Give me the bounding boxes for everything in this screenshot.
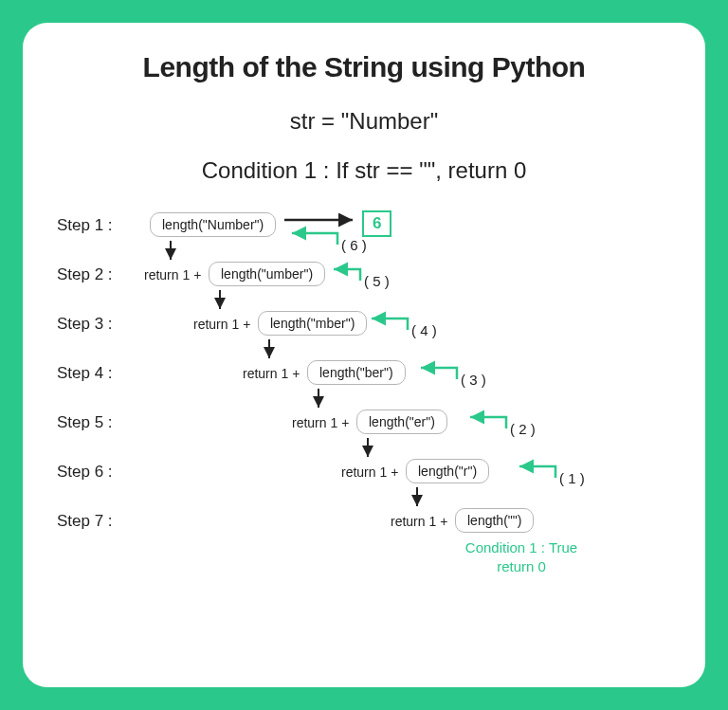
- step-label: Step 4 :: [57, 364, 113, 383]
- return-value: ( 3 ): [461, 372, 486, 388]
- diagram-condition: Condition 1 : If str == "", return 0: [57, 157, 671, 184]
- call-box: length("Number"): [150, 212, 276, 237]
- result-box: 6: [362, 210, 391, 237]
- step-label: Step 7 :: [57, 512, 113, 531]
- call-box: length("er"): [356, 410, 447, 434]
- call-box: length(""): [455, 508, 534, 533]
- steps-area: Step 1 : Step 2 : Step 3 : Step 4 : Step…: [57, 210, 671, 618]
- step-label: Step 1 :: [57, 216, 113, 235]
- return-value: ( 4 ): [411, 322, 437, 338]
- return-value: ( 5 ): [364, 273, 390, 289]
- call-box: length("umber"): [209, 262, 325, 286]
- diagram-card: Length of the String using Python str = …: [23, 23, 705, 687]
- call-box: length("r"): [406, 459, 489, 483]
- call-box: length("mber"): [258, 311, 367, 336]
- diagram-subtitle: str = "Number": [57, 108, 671, 135]
- diagram-title: Length of the String using Python: [57, 51, 671, 83]
- return-prefix: return 1 +: [341, 464, 398, 480]
- step-label: Step 2 :: [57, 265, 113, 284]
- return-prefix: return 1 +: [292, 415, 349, 430]
- return-prefix: return 1 +: [391, 514, 447, 529]
- final-condition-text: Condition 1 : True return 0: [455, 538, 588, 575]
- call-box: length("ber"): [307, 360, 406, 385]
- return-value: ( 6 ): [341, 237, 367, 253]
- step-label: Step 5 :: [57, 413, 113, 432]
- return-prefix: return 1 +: [144, 267, 201, 282]
- return-prefix: return 1 +: [193, 317, 250, 332]
- step-label: Step 6 :: [57, 463, 113, 482]
- return-prefix: return 1 +: [243, 366, 300, 381]
- return-value: ( 2 ): [510, 421, 536, 437]
- return-value: ( 1 ): [559, 470, 585, 486]
- step-label: Step 3 :: [57, 315, 113, 334]
